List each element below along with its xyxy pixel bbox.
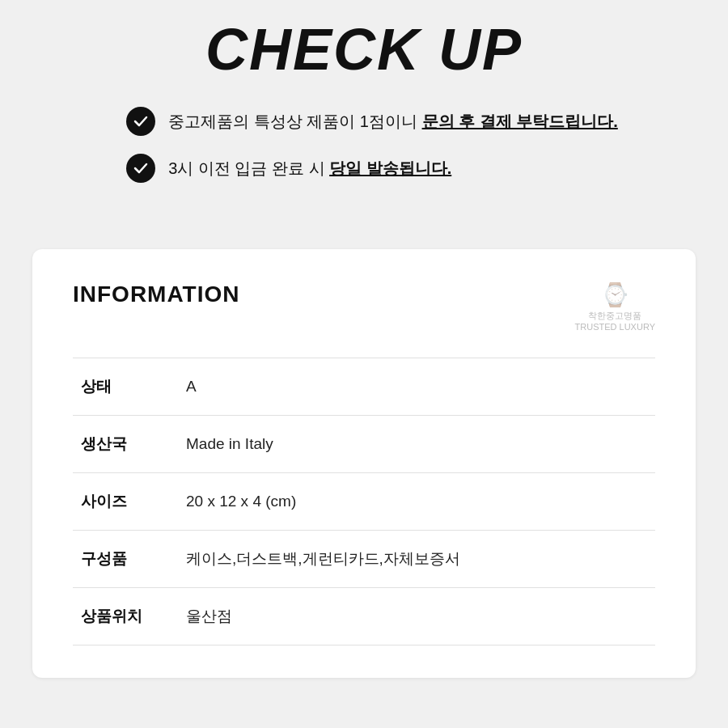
row-label: 구성품 bbox=[73, 530, 178, 587]
watch-icon: ⌚ bbox=[575, 281, 655, 308]
row-label: 사이즈 bbox=[73, 472, 178, 530]
row-value: A bbox=[178, 358, 655, 415]
checklist-item-2: 3시 이전 입금 완료 시 당일 발송됩니다. bbox=[126, 154, 618, 183]
row-label: 상태 bbox=[73, 358, 178, 415]
table-row: 상태A bbox=[73, 358, 655, 415]
checklist-text-2: 3시 이전 입금 완료 시 당일 발송됩니다. bbox=[168, 158, 451, 180]
row-label: 상품위치 bbox=[73, 587, 178, 645]
check-icon-1 bbox=[126, 107, 155, 136]
checklist-highlight-1: 문의 후 결제 부탁드립니다. bbox=[422, 112, 618, 130]
brand-name: 착한중고명품 TRUSTED LUXURY bbox=[575, 310, 655, 333]
row-value: Made in Italy bbox=[178, 415, 655, 472]
table-row: 상품위치울산점 bbox=[73, 587, 655, 645]
brand-watermark: ⌚ 착한중고명품 TRUSTED LUXURY bbox=[575, 281, 655, 333]
check-icon-2 bbox=[126, 154, 155, 183]
table-row: 사이즈20 x 12 x 4 (cm) bbox=[73, 472, 655, 530]
header-section: CHECK UP 중고제품의 특성상 제품이 1점이니 문의 후 결제 부탁드립… bbox=[0, 0, 728, 225]
checklist-text-1: 중고제품의 특성상 제품이 1점이니 문의 후 결제 부탁드립니다. bbox=[168, 111, 618, 133]
checklist-item-1: 중고제품의 특성상 제품이 1점이니 문의 후 결제 부탁드립니다. bbox=[126, 107, 618, 136]
info-title: INFORMATION bbox=[73, 281, 239, 307]
table-row: 생산국Made in Italy bbox=[73, 415, 655, 472]
checklist: 중고제품의 특성상 제품이 1점이니 문의 후 결제 부탁드립니다. 3시 이전… bbox=[126, 107, 618, 201]
row-label: 생산국 bbox=[73, 415, 178, 472]
table-row: 구성품케이스,더스트백,게런티카드,자체보증서 bbox=[73, 530, 655, 587]
row-value: 케이스,더스트백,게런티카드,자체보증서 bbox=[178, 530, 655, 587]
checklist-highlight-2: 당일 발송됩니다. bbox=[329, 159, 451, 177]
page-title: CHECK UP bbox=[32, 16, 696, 83]
row-value: 울산점 bbox=[178, 587, 655, 645]
info-header: INFORMATION ⌚ 착한중고명품 TRUSTED LUXURY bbox=[73, 281, 655, 333]
info-table: 상태A생산국Made in Italy사이즈20 x 12 x 4 (cm)구성… bbox=[73, 358, 655, 645]
information-card: INFORMATION ⌚ 착한중고명품 TRUSTED LUXURY 상태A생… bbox=[32, 249, 696, 678]
row-value: 20 x 12 x 4 (cm) bbox=[178, 472, 655, 530]
